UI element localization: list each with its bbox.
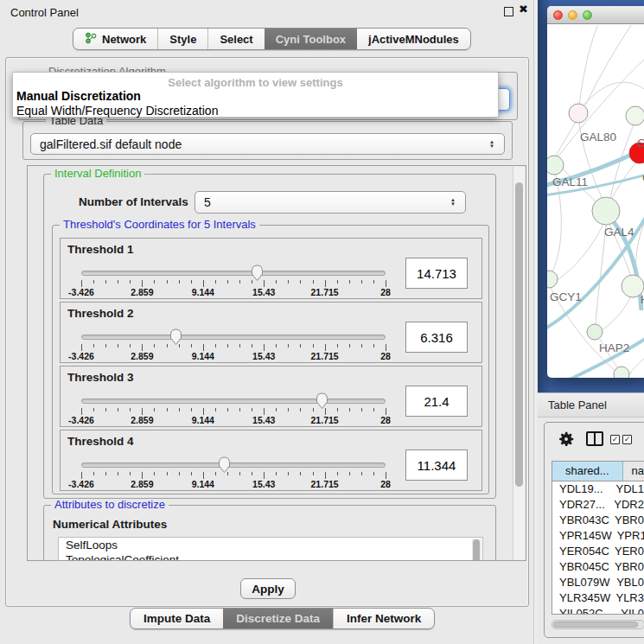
table-horizontal-scrollbar[interactable] (552, 620, 644, 629)
network-node-label: GCY1 (550, 290, 582, 303)
table-data-combobox[interactable]: galFiltered.sif default node ▲▼ (30, 133, 505, 155)
network-node[interactable] (547, 271, 558, 288)
column-header-shared-name[interactable]: shared... (552, 462, 623, 481)
slider-thumb-icon[interactable] (217, 456, 232, 474)
control-panel-tabbar: Network Style Select Cyni Toolbox jActiv… (73, 28, 471, 50)
attributes-scrollbar[interactable] (472, 539, 481, 561)
network-edge[interactable] (556, 122, 576, 156)
tab-cyni-toolbox[interactable]: Cyni Toolbox (265, 29, 357, 49)
table-data-group: Table Data galFiltered.sif default node … (22, 121, 513, 160)
spinner-arrows-icon: ▲▼ (450, 198, 456, 207)
close-icon[interactable]: ✖ (519, 3, 528, 16)
slider-track[interactable] (81, 335, 386, 340)
network-node-label: H (641, 293, 644, 306)
cell-shared-name: YER054C (552, 544, 609, 559)
slider-track[interactable] (81, 399, 386, 404)
cell-name: YBL0 (611, 575, 644, 590)
network-node[interactable] (547, 156, 564, 175)
network-node[interactable] (626, 106, 644, 125)
close-traffic-light-icon[interactable] (553, 10, 563, 20)
threshold-group: Threshold 1-3.4262.8599.14415.4321.71528… (60, 238, 482, 299)
dropdown-option-equal-width[interactable]: Equal Width/Frequency Discretization (16, 104, 218, 118)
tab-jactivemnodules[interactable]: jActiveMNodules (357, 29, 470, 49)
node-table[interactable]: shared... na YDL19...YDL1YDR27...YDR2YBR… (552, 461, 644, 615)
number-of-intervals-spinner[interactable]: 5 ▲▼ (194, 191, 466, 214)
settings-scroll-area: Interval Definition Number of Intervals … (27, 165, 526, 561)
threshold-label: Threshold 1 (67, 243, 134, 256)
right-column: GAL80GAGAL11CGAL4GCY1HHAP2 Table Panel ✓… (538, 0, 644, 644)
spinner-value: 5 (204, 195, 211, 209)
tab-infer-network[interactable]: Infer Network (333, 609, 434, 628)
table-row[interactable]: YLR345WYLR3 (552, 590, 644, 606)
attributes-items: SelfLoopsTopologicalCoefficientBetweenne… (59, 538, 482, 561)
slider-track[interactable] (81, 462, 386, 468)
attribute-list-item[interactable]: SelfLoops (59, 538, 482, 552)
numerical-attributes-list[interactable]: SelfLoopsTopologicalCoefficientBetweenne… (58, 537, 483, 561)
network-node-label: HAP2 (599, 341, 629, 354)
cell-shared-name: YBR043C (552, 513, 609, 528)
network-canvas[interactable]: GAL80GAGAL11CGAL4GCY1HHAP2 (547, 25, 644, 378)
checkbox-icon[interactable]: ✓ (610, 435, 620, 444)
threshold-value-field[interactable]: 14.713 (405, 258, 468, 289)
threshold-value-field[interactable]: 11.344 (405, 450, 468, 481)
checkbox-icon[interactable]: ✓ (622, 435, 632, 444)
table-row[interactable]: YPR145WYPR1 (552, 528, 644, 544)
interval-definition-group: Interval Definition Number of Intervals … (43, 174, 496, 499)
network-node[interactable] (592, 197, 620, 225)
slider-thumb-icon[interactable] (169, 328, 183, 346)
table-row[interactable]: YIL052CYIL0 (552, 606, 644, 615)
panel-title: Control Panel (10, 6, 79, 19)
zoom-traffic-light-icon[interactable] (583, 10, 592, 20)
slider-track[interactable] (81, 271, 386, 276)
tab-network[interactable]: Network (73, 29, 157, 49)
cell-name: YBR0 (609, 513, 644, 528)
number-of-intervals-label: Number of Intervals (79, 195, 188, 208)
algorithm-dropdown-popup: Select algorithm to view settings Manual… (12, 72, 499, 118)
network-view-window[interactable]: GAL80GAGAL11CGAL4GCY1HHAP2 (547, 6, 644, 378)
cell-name: YER0 (609, 544, 644, 559)
cell-name: YLR3 (610, 590, 644, 606)
apply-button[interactable]: Apply (240, 578, 296, 599)
network-node[interactable] (587, 324, 603, 340)
network-node[interactable] (569, 104, 588, 123)
table-row[interactable]: YBL079WYBL0 (552, 575, 644, 590)
cell-name: YPR1 (612, 528, 644, 544)
dropdown-option-manual[interactable]: Manual Discretization (16, 89, 141, 103)
network-edge[interactable] (557, 224, 603, 280)
combo-arrows-icon: ▲▼ (489, 140, 494, 149)
table-row[interactable]: YBR045CYBR0 (552, 559, 644, 575)
threshold-label: Threshold 2 (67, 307, 134, 320)
column-header-name[interactable]: na (623, 462, 644, 481)
network-window-titlebar[interactable] (547, 6, 644, 24)
threshold-label: Threshold 3 (67, 371, 134, 384)
cell-shared-name: YLR345W (552, 590, 610, 606)
gear-icon[interactable] (557, 430, 576, 449)
network-node[interactable] (614, 367, 629, 378)
table-row[interactable]: YDR27...YDR2 (552, 497, 644, 513)
threshold-value-field[interactable]: 6.316 (405, 322, 468, 353)
slider-tick-labels: -3.4262.8599.14415.4321.71528 (81, 351, 386, 361)
table-row[interactable]: YBR043CYBR0 (552, 513, 644, 528)
tab-select[interactable]: Select (207, 29, 264, 49)
network-edge[interactable] (552, 175, 561, 274)
tab-discretize-data[interactable]: Discretize Data (223, 609, 333, 628)
network-edge[interactable] (585, 25, 634, 105)
slider-thumb-icon[interactable] (250, 264, 265, 282)
table-row[interactable]: YDL19...YDL1 (552, 481, 644, 497)
threshold-label: Threshold 4 (67, 435, 134, 448)
tab-impute-data[interactable]: Impute Data (131, 609, 223, 628)
cell-name: YDR2 (609, 497, 644, 513)
settings-vertical-scrollbar[interactable] (513, 167, 525, 561)
float-icon[interactable] (504, 7, 513, 16)
table-panel: ✓ ✓ shared... na YDL19...YDL1YDR27...YDR… (544, 422, 644, 638)
network-edge[interactable] (603, 296, 631, 329)
table-row[interactable]: YER054CYER0 (552, 544, 644, 559)
cell-shared-name: YPR145W (552, 528, 612, 544)
network-edge[interactable] (582, 82, 644, 107)
attribute-list-item[interactable]: TopologicalCoefficient (59, 552, 482, 561)
tab-style[interactable]: Style (157, 29, 207, 49)
slider-thumb-icon[interactable] (315, 392, 329, 410)
threshold-value-field[interactable]: 21.4 (405, 386, 468, 417)
minimize-traffic-light-icon[interactable] (568, 10, 577, 20)
split-column-icon[interactable] (586, 431, 603, 446)
